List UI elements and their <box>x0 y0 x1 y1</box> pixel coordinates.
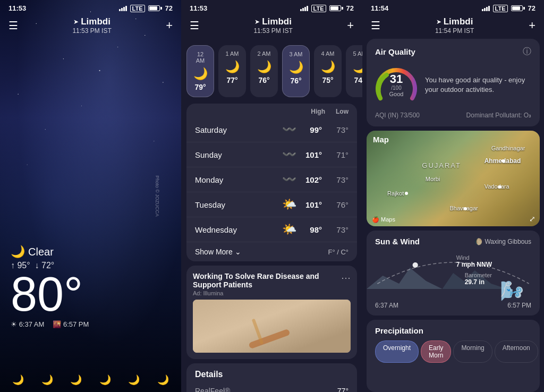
forecast-day: Sunday <box>195 150 282 159</box>
map-background: Gandhinagar Ahmedabad GUJARAT Morbi Rajk… <box>367 131 540 226</box>
table-row[interactable]: Monday 〰️ 102° 73° <box>186 167 357 192</box>
hourly-temp: 79° <box>192 83 208 91</box>
panel1-hourly-item: 🌙 <box>120 374 148 386</box>
hourly-time: 4 AM <box>319 50 336 57</box>
hourly-item-1[interactable]: 1 AM 🌙 77° <box>218 45 246 97</box>
hourly-item-2[interactable]: 2 AM 🌙 76° <box>250 45 278 97</box>
aq-in-value: AQI (IN) 73/500 <box>375 112 420 119</box>
tab-morning[interactable]: Morning <box>453 340 492 363</box>
forecast-high: 101° <box>302 200 322 209</box>
baro-value: 29.7 in <box>465 278 492 286</box>
show-more-row: Show More ⌄ F° / C° <box>186 242 357 261</box>
forecast-high: 99° <box>302 125 322 134</box>
show-more-button[interactable]: Show More ⌄ <box>195 248 241 256</box>
wind-value: 7 mph NNW <box>456 261 492 268</box>
aq-description: You have good air quality - enjoy your o… <box>425 75 531 95</box>
signal-icon <box>482 6 490 11</box>
hourly-item-3[interactable]: 3 AM 🌙 76° <box>282 45 310 97</box>
weather-main-info: 🌙 Clear ↑ 95° ↓ 72° 80° ☀ 6:37 AM 🌇 6:57… <box>0 245 181 328</box>
hourly-item-5[interactable]: 5 AM 🌙 74° <box>346 45 362 97</box>
map-expand-icon[interactable]: ⤢ <box>529 215 536 223</box>
tab-overnight[interactable]: Overnight <box>375 340 419 363</box>
map-label-gujarat: GUJARAT <box>422 161 461 169</box>
ad-more-icon[interactable]: ⋯ <box>341 272 351 284</box>
windmill-icon: 🌬️ <box>500 280 524 302</box>
forecast-icon: 〰️ <box>282 173 296 186</box>
forecast-low: 73° <box>328 225 348 234</box>
weather-condition-icon: 🌙 <box>11 245 25 259</box>
table-row[interactable]: Saturday 〰️ 99° 73° <box>186 117 357 142</box>
sunrise-time: ☀ 6:37 AM <box>11 320 44 328</box>
tab-afternoon[interactable]: Afternoon <box>495 340 538 363</box>
battery-icon <box>329 5 343 11</box>
hourly-time: 5 AM <box>351 50 362 57</box>
map-dot-vadodara <box>498 185 502 189</box>
hourly-icon: 🌙 <box>224 60 241 74</box>
panel3-status-bar: 11:54 LTE 72 <box>362 0 544 14</box>
panel3-header-time: 11:54 PM IST <box>435 27 474 35</box>
add-location-icon[interactable]: + <box>166 19 173 32</box>
ad-card[interactable]: Working To Solve Rare Disease and Suppor… <box>186 266 357 359</box>
panel1-hourly-strip: 🌙 🌙 🌙 🌙 🌙 🌙 <box>0 370 181 392</box>
add-location-icon[interactable]: + <box>529 19 536 32</box>
hourly-item-0[interactable]: 12 AM 🌙 79° <box>186 45 214 97</box>
panel2-header-time: 11:53 PM IST <box>253 27 292 35</box>
forecast-low: 76° <box>328 200 348 209</box>
aq-info-icon[interactable]: ⓘ <box>523 46 531 57</box>
menu-icon[interactable]: ☰ <box>190 19 199 32</box>
menu-icon[interactable]: ☰ <box>8 19 18 32</box>
forecast-high: 102° <box>302 175 322 184</box>
hourly-time: 3 AM <box>288 51 304 57</box>
panel1-hourly-item: 🌙 <box>4 374 32 386</box>
chevron-down-icon: ⌄ <box>235 248 241 256</box>
ad-image <box>193 300 351 353</box>
battery-icon <box>511 5 525 11</box>
map-card[interactable]: Map Gandhinagar Ahmedabad GUJARAT Morbi … <box>367 131 540 226</box>
battery-level: 72 <box>528 4 536 12</box>
forecast-header: High Low <box>186 104 357 117</box>
forecast-day: Saturday <box>195 125 282 134</box>
menu-icon[interactable]: ☰ <box>371 19 380 32</box>
add-location-icon[interactable]: + <box>347 19 354 32</box>
hourly-temp: 76° <box>256 76 273 84</box>
forecast-card: High Low Saturday 〰️ 99° 73° Sunday 〰️ 1… <box>186 104 357 261</box>
location-icon: ➤ <box>254 18 260 25</box>
sun-wind-card: Sun & Wind 🌔 Waxing Gibbous <box>367 231 540 316</box>
forecast-icon: 🌤️ <box>282 198 296 211</box>
precipitation-card: Precipitation Overnight Early Morn Morni… <box>367 320 540 392</box>
hourly-scroll[interactable]: 12 AM 🌙 79° 1 AM 🌙 77° 2 AM 🌙 76° 3 AM 🌙… <box>181 39 362 104</box>
precip-title: Precipitation <box>375 326 531 335</box>
forecast-icon: 〰️ <box>282 148 296 161</box>
table-row[interactable]: Wednesday 🌤️ 98° 73° <box>186 217 357 242</box>
lte-badge: LTE <box>311 5 326 12</box>
forecast-day: Tuesday <box>195 200 282 209</box>
baro-label: Barometer <box>465 272 492 278</box>
forecast-icon: 〰️ <box>282 123 296 137</box>
moon-phase-label: Waxing Gibbous <box>484 238 531 245</box>
hourly-item-4[interactable]: 4 AM 🌙 75° <box>314 45 342 97</box>
forecast-icon: 🌤️ <box>282 223 296 236</box>
map-label-morbi: Morbi <box>426 176 440 182</box>
map-label-rajkot: Rajkot <box>387 190 404 197</box>
map-title: Map <box>373 135 389 144</box>
table-row[interactable]: Sunday 〰️ 101° 71° <box>186 142 357 167</box>
detail-row: RealFeel® 77° <box>195 384 348 392</box>
forecast-high: 98° <box>302 225 322 234</box>
hourly-icon: 🌙 <box>288 61 304 74</box>
hourly-time: 12 AM <box>192 51 208 64</box>
panel2-header: ☰ ➤ Limbdi 11:53 PM IST + <box>181 14 362 39</box>
hourly-temp: 74° <box>351 76 362 84</box>
unit-toggle-button[interactable]: F° / C° <box>328 248 348 256</box>
aq-gauge: 31 /100 Good <box>375 64 418 106</box>
hourly-temp: 77° <box>224 76 241 84</box>
aq-unit: /100 <box>389 85 404 91</box>
photo-credit: Photo © JOZUCCA <box>155 175 160 217</box>
panel1-time: 11:53 <box>8 4 26 12</box>
tab-early-morn[interactable]: Early Morn <box>421 340 451 363</box>
barometer-info: Barometer 29.7 in <box>465 272 492 286</box>
weather-condition: Clear <box>28 246 54 258</box>
table-row[interactable]: Tuesday 🌤️ 101° 76° <box>186 192 357 217</box>
map-footer: 🍎 Maps <box>372 216 395 223</box>
map-label-gandhinagar: Gandhinagar <box>491 145 525 151</box>
map-label-vadodara: Vadodara <box>484 183 509 190</box>
